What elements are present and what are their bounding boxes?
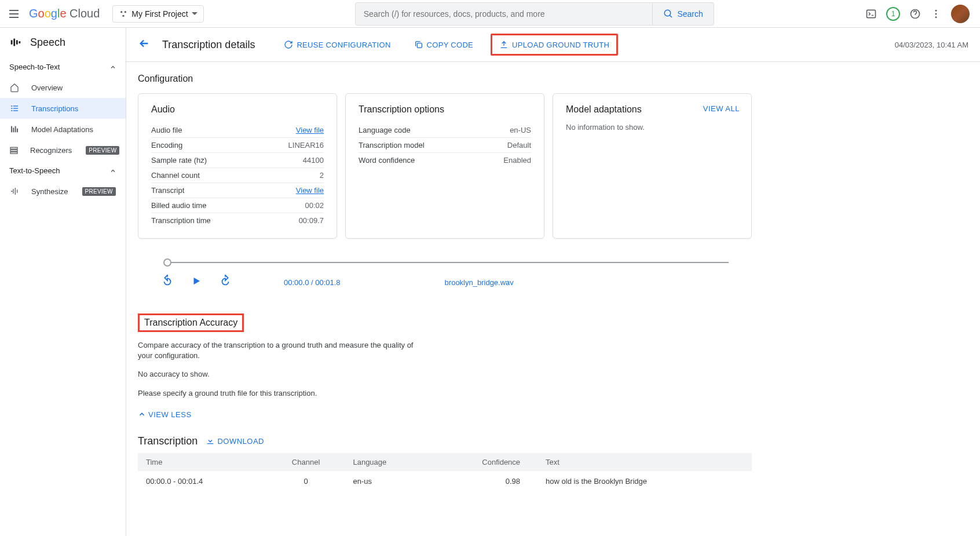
cloud-shell-icon[interactable] [865, 8, 877, 20]
project-name: My First Project [131, 9, 188, 19]
kv-row: Transcription modelDefault [359, 138, 531, 153]
configuration-title: Configuration [138, 74, 752, 84]
kv-value: Default [507, 141, 531, 150]
col-language: Language [345, 453, 432, 471]
table-row: 00:00.0 - 00:01.40en-us0.98how old is th… [138, 471, 752, 491]
recognizers-icon [9, 145, 19, 155]
accuracy-title-box: Transcription Accuracy [138, 313, 244, 332]
sidebar-label: Model Adaptations [31, 125, 93, 134]
kv-key: Channel count [151, 171, 200, 180]
accuracy-title: Transcription Accuracy [144, 318, 237, 327]
upload-icon [499, 40, 509, 49]
free-trial-badge[interactable]: 1 [886, 7, 900, 21]
page-title: Transcription details [162, 39, 255, 51]
svg-rect-12 [16, 40, 18, 44]
chevron-up-icon [109, 167, 116, 174]
chevron-down-icon [192, 12, 198, 15]
adaptation-icon [9, 125, 20, 134]
product-header: Speech [0, 28, 126, 57]
svg-rect-13 [19, 41, 21, 43]
kv-key: Transcription time [151, 216, 211, 225]
kv-row: Billed audio time00:02 [151, 198, 324, 213]
kv-value: 00:02 [305, 201, 324, 210]
home-icon [9, 83, 20, 92]
google-cloud-logo[interactable]: Google Cloud [29, 7, 100, 20]
reuse-configuration-button[interactable]: REUSE CONFIGURATION [278, 37, 396, 53]
kv-row: Transcription time00:09.7 [151, 213, 324, 228]
svg-rect-14 [11, 105, 13, 106]
kv-link[interactable]: View file [296, 186, 324, 195]
search-input[interactable] [356, 3, 653, 24]
kv-key: Transcription model [359, 141, 425, 150]
download-button[interactable]: DOWNLOAD [206, 436, 264, 446]
svg-point-3 [665, 10, 671, 16]
svg-rect-25 [10, 150, 17, 151]
svg-point-1 [125, 11, 126, 13]
kv-value: en-US [510, 126, 531, 134]
kv-row: EncodingLINEAR16 [151, 138, 324, 153]
svg-point-9 [935, 16, 937, 18]
kv-key: Transcript [151, 186, 184, 195]
player-filename: brooklyn_bridge.wav [445, 278, 514, 287]
rewind-icon[interactable] [161, 275, 174, 290]
audio-card: Audio Audio fileView fileEncodingLINEAR1… [138, 93, 337, 239]
sidebar-section-stt[interactable]: Speech-to-Text [0, 57, 126, 77]
card-title: Audio [151, 104, 324, 115]
svg-rect-10 [11, 40, 13, 44]
slider-thumb[interactable] [163, 258, 171, 267]
kv-row: TranscriptView file [151, 183, 324, 198]
avatar[interactable] [951, 5, 970, 23]
empty-text: No information to show. [566, 123, 738, 132]
download-icon [206, 436, 215, 446]
col-time: Time [138, 453, 267, 471]
play-icon[interactable] [191, 276, 202, 289]
player-time: 00:00.0 / 00:01.8 [284, 278, 341, 287]
svg-rect-20 [11, 126, 12, 133]
list-icon [9, 104, 20, 113]
upload-ground-truth-button[interactable]: UPLOAD GROUND TRUTH [491, 34, 618, 56]
svg-rect-11 [13, 39, 15, 46]
view-all-link[interactable]: VIEW ALL [703, 104, 740, 113]
sidebar-item-synthesize[interactable]: Synthesize PREVIEW [0, 181, 126, 202]
sidebar-item-transcriptions[interactable]: Transcriptions [0, 98, 126, 119]
project-icon [119, 9, 128, 19]
copy-icon [414, 40, 423, 49]
kv-value: LINEAR16 [288, 141, 324, 150]
kv-row: Audio fileView file [151, 123, 324, 138]
timestamp: 04/03/2023, 10:41 AM [895, 41, 968, 49]
kv-value: 00:09.7 [299, 216, 324, 225]
svg-rect-17 [13, 108, 18, 108]
more-icon[interactable] [930, 8, 942, 20]
back-arrow-icon[interactable] [138, 37, 151, 53]
accuracy-none: No accuracy to show. [138, 369, 416, 380]
hamburger-menu-icon[interactable] [7, 7, 21, 21]
accuracy-specify: Please specify a ground truth file for t… [138, 388, 416, 399]
kv-key: Word confidence [359, 156, 415, 165]
copy-code-button[interactable]: COPY CODE [408, 37, 479, 53]
svg-rect-19 [13, 110, 18, 111]
svg-rect-5 [867, 10, 876, 17]
kv-link[interactable]: View file [296, 126, 324, 134]
transcription-title: Transcription [138, 435, 198, 447]
sidebar-section-tts[interactable]: Text-to-Speech [0, 161, 126, 181]
transcription-table: Time Channel Language Confidence Text 00… [138, 453, 752, 491]
svg-point-2 [123, 14, 125, 16]
sidebar-item-model-adaptations[interactable]: Model Adaptations [0, 119, 126, 140]
kv-row: Word confidenceEnabled [359, 153, 531, 167]
sidebar-label: Transcriptions [31, 104, 78, 113]
view-less-button[interactable]: VIEW LESS [138, 410, 752, 419]
preview-badge: PREVIEW [82, 187, 116, 196]
sidebar-item-recognizers[interactable]: Recognizers PREVIEW [0, 140, 126, 161]
accuracy-desc: Compare accuracy of the transcription to… [138, 340, 416, 361]
audio-slider[interactable] [167, 262, 729, 263]
search-button[interactable]: Search [652, 3, 713, 25]
chevron-up-icon [138, 410, 146, 418]
sidebar-item-overview[interactable]: Overview [0, 77, 126, 98]
help-icon[interactable] [909, 8, 921, 20]
sidebar-label: Recognizers [30, 146, 72, 155]
kv-key: Billed audio time [151, 201, 206, 210]
svg-rect-21 [13, 127, 14, 132]
adaptations-card: VIEW ALL Model adaptations No informatio… [553, 93, 752, 239]
project-picker[interactable]: My First Project [112, 5, 203, 23]
forward-icon[interactable] [219, 275, 232, 290]
